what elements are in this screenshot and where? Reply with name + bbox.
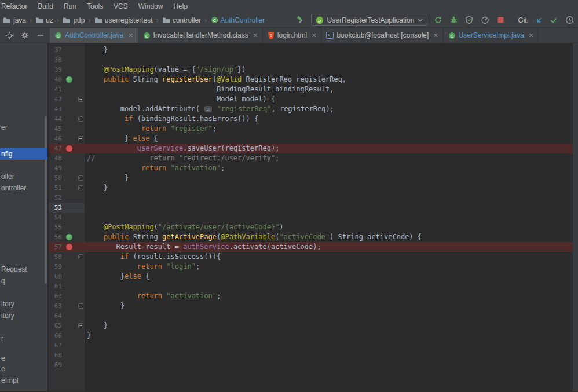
code-text[interactable]: } xyxy=(85,301,125,311)
code-line-58[interactable]: 58 if (result.isSuccess()){ xyxy=(49,252,578,262)
project-item-eImpl[interactable]: eImpl xyxy=(1,376,18,385)
commit-icon[interactable] xyxy=(548,15,559,25)
request-mapping-icon[interactable] xyxy=(66,76,72,83)
code-line-69[interactable]: 69 xyxy=(49,360,578,370)
hide-panel-icon[interactable] xyxy=(35,30,46,41)
code-line-49[interactable]: 49 return "activation"; xyxy=(49,163,578,173)
close-tab-icon[interactable]: × xyxy=(253,31,258,39)
code-text[interactable]: @PostMapping("/activate/user/{activeCode… xyxy=(85,222,284,232)
code-line-55[interactable]: 55 @PostMapping("/activate/user/{activeC… xyxy=(49,222,578,232)
code-line-48[interactable]: 48// return "redirect:/user/verify"; xyxy=(49,153,578,163)
code-text[interactable]: return "activation"; xyxy=(85,163,225,173)
locate-file-icon[interactable] xyxy=(4,30,14,41)
code-text[interactable]: } xyxy=(85,321,108,331)
code-line-39[interactable]: 39 @PostMapping(value = {"/sign/up"}) xyxy=(49,65,578,75)
code-line-57[interactable]: 57 Result result = authService.activate(… xyxy=(49,242,578,252)
code-text[interactable]: } else { xyxy=(85,134,158,144)
breadcrumb-uz[interactable]: uz xyxy=(34,16,54,25)
code-line-63[interactable]: 63 } xyxy=(49,301,578,311)
code-text[interactable]: userService.saveUser(registerReq); xyxy=(85,144,279,153)
code-text[interactable]: return "activation"; xyxy=(85,291,221,301)
code-line-54[interactable]: 54 xyxy=(49,213,578,222)
project-item-r[interactable]: r xyxy=(1,335,3,343)
breakpoint-icon[interactable] xyxy=(66,145,72,152)
code-text[interactable]: BindingResult bindingResult, xyxy=(85,85,334,94)
tab-AuthController.java[interactable]: CAuthController.java× xyxy=(50,28,138,43)
code-line-41[interactable]: 41 BindingResult bindingResult, xyxy=(49,85,578,94)
debug-icon[interactable] xyxy=(448,15,459,25)
menu-build[interactable]: Build xyxy=(32,0,58,13)
code-line-56[interactable]: 56 public String getActivePage(@PathVari… xyxy=(49,232,578,242)
code-text[interactable] xyxy=(85,203,87,213)
settings-gear-icon[interactable] xyxy=(20,30,30,41)
profiler-icon[interactable] xyxy=(480,15,490,25)
code-line-67[interactable]: 67 xyxy=(49,340,578,350)
code-text[interactable] xyxy=(85,213,87,222)
menu-tools[interactable]: Tools xyxy=(82,0,108,13)
project-scrollbar[interactable] xyxy=(45,116,47,284)
project-item-q[interactable]: q xyxy=(1,277,5,285)
breadcrumb-userregistertest[interactable]: userregistertest xyxy=(93,16,154,25)
menu-window[interactable]: Window xyxy=(133,0,169,13)
code-text[interactable]: // return "redirect:/user/verify"; xyxy=(85,153,279,163)
code-line-45[interactable]: 45 return "register"; xyxy=(49,124,578,134)
code-line-43[interactable]: 43 model.addAttribute( s: "registerReq",… xyxy=(49,104,578,114)
request-mapping-icon[interactable] xyxy=(66,234,72,240)
project-item-e[interactable]: e xyxy=(1,354,5,363)
stop-icon[interactable] xyxy=(495,15,506,25)
project-item-er[interactable]: er xyxy=(1,123,8,132)
fold-marker-icon[interactable] xyxy=(78,323,83,328)
code-text[interactable] xyxy=(85,55,87,65)
code-line-46[interactable]: 46 } else { xyxy=(49,134,578,144)
code-text[interactable]: return "register"; xyxy=(85,124,217,134)
menu-help[interactable]: Help xyxy=(168,0,193,13)
fold-marker-icon[interactable] xyxy=(78,303,83,309)
code-text[interactable]: if (result.isSuccess()){ xyxy=(85,252,221,262)
code-text[interactable] xyxy=(85,360,87,370)
code-line-52[interactable]: 52 xyxy=(49,193,578,203)
code-line-40[interactable]: 40 public String registerUser(@Valid Reg… xyxy=(49,75,578,85)
code-text[interactable] xyxy=(85,281,87,291)
code-text[interactable] xyxy=(85,193,87,203)
fold-marker-icon[interactable] xyxy=(78,116,83,122)
breadcrumb-pdp[interactable]: pdp xyxy=(61,16,86,25)
code-text[interactable]: Model model) { xyxy=(85,94,275,104)
close-tab-icon[interactable]: × xyxy=(529,31,533,39)
code-text[interactable]: } xyxy=(85,173,129,183)
code-line-59[interactable]: 59 return "login"; xyxy=(49,262,578,272)
fold-marker-icon[interactable] xyxy=(78,185,83,190)
code-text[interactable]: }else { xyxy=(85,272,149,281)
code-editor[interactable]: 37 }3839 @PostMapping(value = {"/sign/up… xyxy=(49,43,578,391)
editor-scrollbar[interactable] xyxy=(573,43,578,391)
code-text[interactable] xyxy=(85,311,87,321)
tab-UserServiceImpl.java[interactable]: CUserServiceImpl.java× xyxy=(444,28,539,43)
project-item-e[interactable]: e xyxy=(1,365,5,373)
code-line-42[interactable]: 42 Model model) { xyxy=(49,94,578,104)
code-line-50[interactable]: 50 } xyxy=(49,173,578,183)
close-tab-icon[interactable]: × xyxy=(312,31,316,39)
tab-login.html[interactable]: 5login.html× xyxy=(263,28,322,43)
code-line-60[interactable]: 60 }else { xyxy=(49,272,578,281)
code-line-66[interactable]: 66} xyxy=(49,331,578,340)
close-tab-icon[interactable]: × xyxy=(433,31,438,39)
breakpoint-icon[interactable] xyxy=(66,244,72,250)
coverage-icon[interactable] xyxy=(464,15,474,25)
code-text[interactable] xyxy=(85,340,87,350)
code-text[interactable]: } xyxy=(85,45,108,55)
project-item-itory[interactable]: itory xyxy=(1,312,14,320)
project-item-oller[interactable]: oller xyxy=(1,173,14,181)
tab-bookclub@localhost [console][interactable]: bookclub@localhost [console]× xyxy=(321,28,443,43)
code-line-37[interactable]: 37 } xyxy=(49,45,578,55)
code-text[interactable]: } xyxy=(85,331,91,340)
close-tab-icon[interactable]: × xyxy=(128,31,133,39)
code-text[interactable] xyxy=(85,350,87,360)
code-line-47[interactable]: 47 userService.saveUser(registerReq); xyxy=(49,144,578,153)
code-line-68[interactable]: 68 xyxy=(49,350,578,360)
breadcrumb-java[interactable]: java xyxy=(2,16,27,25)
fold-marker-icon[interactable] xyxy=(78,175,83,181)
code-text[interactable]: if (bindingResult.hasErrors()) { xyxy=(85,114,258,124)
code-line-64[interactable]: 64 xyxy=(49,311,578,321)
menu-vcs[interactable]: VCS xyxy=(108,0,133,13)
rerun-icon[interactable] xyxy=(433,15,443,25)
code-text[interactable]: } xyxy=(85,183,108,193)
